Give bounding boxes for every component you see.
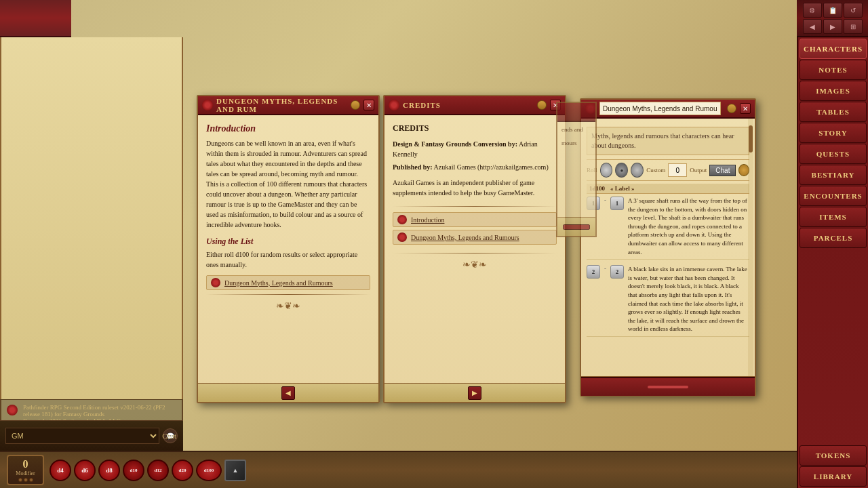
sidebar-item-characters[interactable]: CHARACTERS <box>800 39 867 59</box>
panel3-pin[interactable] <box>727 104 736 113</box>
bg-panel-hint: ends and mours <box>556 102 597 237</box>
panel2-link2[interactable]: Dungeon Myths, Legends and Rumours <box>393 230 557 245</box>
dice-d12[interactable]: d12 <box>147 460 169 481</box>
panel3-custom-label: Custom <box>646 167 665 174</box>
panel3-col2-header: « Label » <box>610 185 635 192</box>
panel1-prev[interactable]: ◀ <box>281 386 295 400</box>
panel-dungeon-intro: Dungeon Myths, Legends and Rum ✕ Introdu… <box>197 95 380 403</box>
panel2-published-label: Published by: Azukail Games (http://azuk… <box>393 162 557 172</box>
table-row: 2 - 2 A black lake sits in an immense ca… <box>587 262 749 337</box>
panel1-intro-heading: Introduction <box>206 123 370 134</box>
chat-label: Chat <box>162 432 176 440</box>
panel3-scrollbar[interactable] <box>748 119 753 376</box>
bg-panel-hint-text: ends and mours <box>557 122 595 150</box>
toolbar-btn-1[interactable]: ⚙ <box>803 3 822 18</box>
panel2-divider2 <box>393 253 557 253</box>
panel1-link[interactable]: Dungeon Myths, Legends and Rumours <box>206 275 370 290</box>
dice-triangle[interactable]: ▲ <box>224 460 246 481</box>
chat-role-select[interactable]: GM <box>5 428 159 444</box>
sidebar-item-parcels[interactable]: PARCELS <box>800 228 867 248</box>
sidebar-item-items[interactable]: ITEMS <box>800 207 867 227</box>
sidebar-item-story[interactable]: STORY <box>800 123 867 143</box>
panel2-content: CREDITS Design & Fantasy Grounds Convers… <box>384 115 565 383</box>
sidebar-item-tokens[interactable]: TOKENS <box>800 445 867 466</box>
panel3-footer <box>581 376 755 395</box>
panel3-die-on[interactable]: ● <box>615 163 628 178</box>
panel3-chat-btn[interactable]: Chat <box>709 165 736 176</box>
toolbar-btn-3[interactable]: ↺ <box>844 3 863 18</box>
row2-roll-max: 2 <box>610 265 624 279</box>
panel1-using-heading: Using the List <box>206 237 370 247</box>
bg-panel-hint-btn <box>563 224 590 230</box>
panel1-pin[interactable] <box>351 100 360 110</box>
panel1-intro-text: Dungeons can be well known in an area, e… <box>206 138 370 230</box>
sidebar-item-library[interactable]: LIBRARY <box>800 466 867 487</box>
dice-d4[interactable]: d4 <box>50 460 71 481</box>
panel1-close[interactable]: ✕ <box>363 100 374 110</box>
panel1-title: Dungeon Myths, Legends and Rum <box>216 97 347 113</box>
dice-d10[interactable]: d10 <box>123 460 144 481</box>
panel3-table-header: 1d100 « Label » <box>587 184 749 194</box>
panel2-link2-icon <box>397 232 407 242</box>
panel2-divider1 <box>393 206 557 207</box>
bg-panel-hint-footer <box>557 217 595 236</box>
toolbar-btn-5[interactable]: ▶ <box>823 19 842 34</box>
sidebar-item-notes[interactable]: NOTES <box>800 60 867 80</box>
panel2-credits-title: CREDITS <box>393 123 557 134</box>
panel3-die-mid[interactable] <box>631 163 644 178</box>
sidebar-item-quests[interactable]: QUESTS <box>800 144 867 164</box>
toolbar-btn-2[interactable]: 📋 <box>823 3 842 18</box>
toolbar-btn-6[interactable]: ⊞ <box>844 19 863 34</box>
panel3-titlebar: ✕ <box>581 100 755 119</box>
panel1-using-text: Either roll d100 for random results or s… <box>206 249 370 270</box>
sidebar-item-tables[interactable]: TABLES <box>800 102 867 122</box>
ruleset-icon-1 <box>7 405 18 415</box>
row1-text: A 3' square shaft runs all the way from … <box>628 197 749 256</box>
panel2-published-value: Azukail Games (http://azukailgames.com) <box>434 163 549 171</box>
panel3-roll-controls: Roll ● Custom Output Chat <box>587 159 749 181</box>
row1-roll-max: 1 <box>610 197 624 210</box>
panel2-footer: ▶ <box>384 383 565 402</box>
panel3-die-off[interactable] <box>600 163 613 178</box>
chat-area: GM 💬 Chat <box>0 420 183 451</box>
panel3-content: Myths, legends and rumours that characte… <box>581 119 755 376</box>
panel1-link-text: Dungeon Myths, Legends and Rumours <box>224 279 333 287</box>
sidebar-item-images[interactable]: IMAGES <box>800 81 867 101</box>
panel1-link-icon <box>211 278 220 287</box>
panel3-scrollbar-thumb <box>749 125 753 152</box>
panel2-pin[interactable] <box>537 100 547 110</box>
panel2-title: Credits <box>403 101 534 109</box>
panel3-close[interactable]: ✕ <box>740 103 751 114</box>
right-sidebar: CHARACTERS NOTES IMAGES TABLES STORY QUE… <box>797 37 868 488</box>
modifier-value: 0 <box>23 458 28 470</box>
dice-d20[interactable]: d20 <box>172 460 193 481</box>
panel3-search[interactable] <box>599 102 721 115</box>
left-panel-inner <box>1 37 182 449</box>
panel2-next[interactable]: ▶ <box>468 386 481 400</box>
panel2-link2-text: Dungeon Myths, Legends and Rumours <box>411 234 519 241</box>
dice-d8[interactable]: d8 <box>98 460 120 481</box>
dice-d6[interactable]: d6 <box>74 460 96 481</box>
panel2-titlebar: Credits ✕ <box>384 96 565 115</box>
dice-row: d4 d6 d8 d10 d12 d20 d100 ▲ <box>50 460 246 481</box>
panel2-design-label: Design & Fantasy Grounds Conversion by: … <box>393 139 557 159</box>
row2-text: A black lake sits in an immense cavern. … <box>628 265 749 333</box>
toolbar-btn-4[interactable]: ◀ <box>803 19 822 34</box>
panel1-title-icon <box>202 100 213 110</box>
panel-roll: ✕ Myths, legends and rumours that charac… <box>580 98 756 396</box>
bg-panel-hint-titlebar <box>557 103 595 122</box>
panel2-about-text: Azukail Games is an independent publishe… <box>393 178 557 198</box>
modifier-label: Modifier <box>16 470 35 476</box>
sidebar-item-bestiary[interactable]: BESTIARY <box>800 165 867 185</box>
panel1-content: Introduction Dungeons can be well known … <box>198 115 378 383</box>
top-toolbar-right: ⚙ 📋 ↺ ◀ ▶ ⊞ <box>797 0 868 37</box>
dice-d100[interactable]: d100 <box>196 460 222 481</box>
panel2-link1-icon <box>397 215 407 224</box>
panel1-titlebar: Dungeon Myths, Legends and Rum ✕ <box>198 96 378 115</box>
modifier-box[interactable]: 0 Modifier <box>7 455 44 485</box>
left-panel <box>0 37 183 451</box>
panel2-link1[interactable]: Introduction <box>393 212 557 227</box>
panel3-custom-input[interactable] <box>668 163 687 177</box>
sidebar-item-encounters[interactable]: ENCOUNTERS <box>800 186 867 206</box>
panel2-ornament: ❧❦❧ <box>393 259 557 270</box>
